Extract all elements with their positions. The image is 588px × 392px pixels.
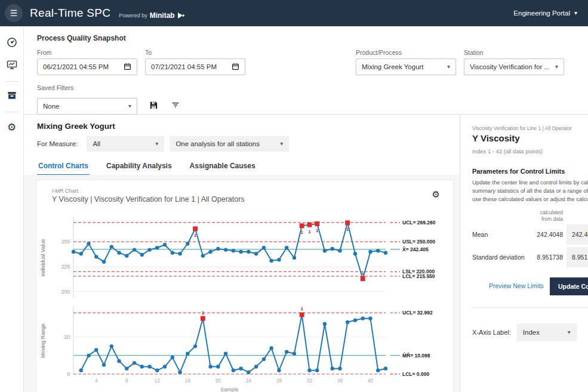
data-point[interactable] [376,249,380,252]
data-point[interactable] [239,366,242,370]
out-of-control-point[interactable] [300,223,304,228]
data-point[interactable] [178,371,181,374]
data-point[interactable] [216,365,220,368]
out-of-control-point[interactable] [300,312,304,317]
station-select[interactable]: Viscosity Verification for ... ▾ [464,58,564,75]
data-point[interactable] [102,260,106,264]
data-point[interactable] [117,359,121,363]
x-axis-select[interactable]: Index ▾ [517,323,577,341]
data-point[interactable] [353,252,357,255]
analysis-mode-select[interactable]: One analysis for all stations ▾ [170,136,289,152]
data-point[interactable] [269,259,273,263]
data-point[interactable] [133,248,136,251]
data-point[interactable] [331,366,334,370]
data-point[interactable] [140,365,144,368]
tab-control-charts[interactable]: Control Charts [37,159,90,176]
hamburger-menu-button[interactable]: ☰ [5,4,23,22]
sidebar-item-settings[interactable]: ⚙ [5,120,19,134]
sidebar-item-archive[interactable] [5,89,19,104]
data-point[interactable] [323,249,327,252]
measure-select[interactable]: All ▾ [87,136,164,152]
standard-deviation-input[interactable]: 8.951738 [567,247,588,267]
out-of-control-point[interactable] [361,276,365,281]
data-point[interactable] [186,352,189,356]
data-point[interactable] [224,248,227,251]
calendar-icon[interactable] [232,63,239,72]
data-point[interactable] [171,251,174,254]
out-of-control-point[interactable] [201,316,205,321]
data-point[interactable] [254,365,258,368]
sidebar-item-dashboard[interactable] [5,36,19,51]
data-point[interactable] [125,254,128,257]
from-date-input[interactable]: 06/21/2021 04:55 PM [37,58,137,75]
data-point[interactable] [208,250,212,254]
data-point[interactable] [315,369,319,372]
data-point[interactable] [147,248,151,251]
data-point[interactable] [368,250,372,254]
data-point[interactable] [376,369,380,372]
out-of-control-point[interactable] [315,221,319,226]
data-point[interactable] [110,344,113,348]
data-point[interactable] [216,247,220,251]
data-point[interactable] [338,249,341,252]
data-point[interactable] [94,255,98,258]
save-filter-button[interactable] [147,100,159,112]
data-point[interactable] [346,320,349,324]
data-point[interactable] [208,365,212,368]
data-point[interactable] [171,356,174,359]
data-point[interactable] [262,246,266,249]
data-point[interactable] [94,348,98,351]
to-date-input[interactable]: 07/21/2021 04:55 PM [145,58,245,75]
data-point[interactable] [133,361,136,365]
out-of-control-point[interactable] [193,226,198,231]
data-point[interactable] [186,242,189,245]
data-point[interactable] [254,252,258,255]
sidebar-item-charts[interactable] [5,59,19,73]
data-point[interactable] [323,322,327,326]
data-point[interactable] [110,245,113,248]
data-point[interactable] [178,252,181,255]
data-point[interactable] [277,258,281,261]
data-point[interactable] [285,350,288,353]
data-point[interactable] [155,369,159,372]
data-point[interactable] [331,247,334,251]
data-point[interactable] [262,357,266,361]
data-point[interactable] [384,251,387,254]
mean-input[interactable]: 242.4048 [567,224,588,245]
data-point[interactable] [79,369,83,372]
data-point[interactable] [307,369,311,372]
tab-capability-analysis[interactable]: Capability Analysis [105,159,173,176]
data-point[interactable] [147,365,151,368]
data-point[interactable] [79,252,83,255]
data-point[interactable] [163,243,167,246]
data-point[interactable] [72,250,75,254]
data-point[interactable] [247,371,250,374]
data-point[interactable] [125,366,128,370]
preview-new-limits-link[interactable]: Preview New Limits [489,282,544,289]
tab-assignable-causes[interactable]: Assignable Causes [189,159,257,176]
data-point[interactable] [155,246,159,249]
data-point[interactable] [102,363,106,366]
data-point[interactable] [232,249,235,252]
update-control-limits-button[interactable]: Update Control Limits [550,277,588,295]
data-point[interactable] [293,256,296,260]
data-point[interactable] [293,352,296,356]
data-point[interactable] [361,316,365,320]
calendar-icon[interactable] [124,63,131,72]
data-point[interactable] [353,319,357,322]
data-point[interactable] [201,254,205,257]
filter-options-button[interactable] [170,100,181,112]
saved-filters-select[interactable]: None ▾ [37,98,137,115]
data-point[interactable] [193,344,197,348]
data-point[interactable] [368,316,372,320]
product-process-select[interactable]: Mixing Greek Yogurt ▾ [356,58,456,75]
portal-selector[interactable]: Engineering Portal ▾ [513,10,577,17]
data-point[interactable] [285,246,288,249]
out-of-control-point[interactable] [345,220,350,225]
data-point[interactable] [140,253,144,257]
chart-settings-button[interactable]: ⚙ [432,190,440,199]
data-point[interactable] [384,366,387,370]
data-point[interactable] [277,369,281,372]
data-point[interactable] [232,369,235,372]
data-point[interactable] [163,365,167,368]
